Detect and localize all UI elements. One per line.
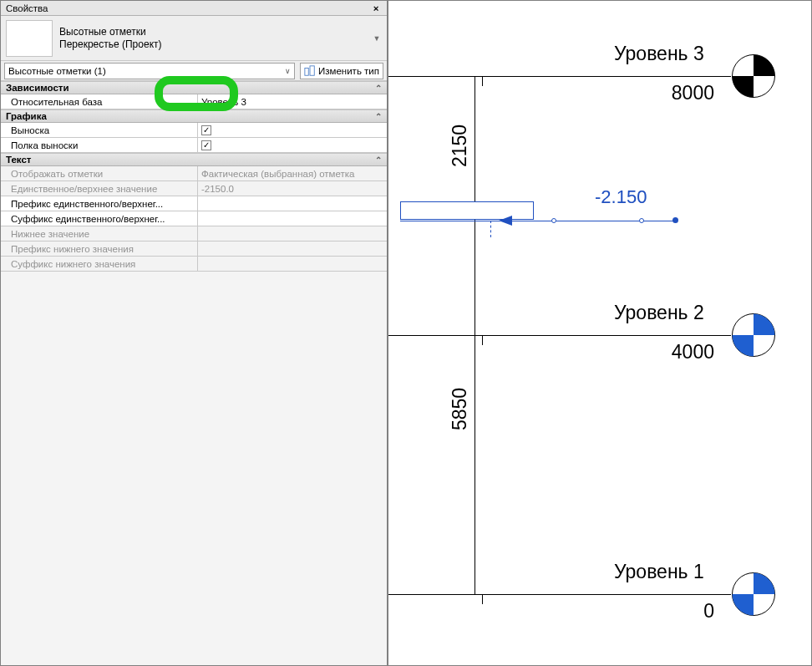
level-name: Уровень 3 (614, 43, 704, 65)
dimension-witness (466, 594, 493, 595)
level-name: Уровень 1 (614, 561, 704, 583)
chevron-up-icon: ⌃ (375, 155, 382, 165)
property-row-leader: Выноска (1, 123, 387, 138)
property-row-shoulder: Полка выноски (1, 138, 387, 153)
panel-title-text: Свойства (6, 3, 370, 13)
drawing-canvas[interactable]: Уровень 3 8000 Уровень 2 4000 Уровень 1 … (388, 1, 811, 665)
level-head-icon (731, 313, 776, 358)
group-title: Зависимости (6, 83, 375, 93)
dimension-value: 2150 (449, 125, 471, 167)
dimension-line (475, 76, 475, 216)
property-label: Отображать отметки (1, 166, 198, 180)
level-name: Уровень 2 (614, 302, 704, 324)
shoulder-checkbox[interactable] (198, 138, 387, 152)
dimension-line (475, 216, 475, 594)
element-filter-text: Высотные отметки (1) (8, 66, 285, 76)
properties-panel: Свойства × Высотные отметки Перекрестье … (1, 1, 388, 665)
level-head-icon (731, 53, 776, 99)
close-icon[interactable]: × (370, 3, 382, 13)
dimension-value: 5850 (449, 388, 471, 430)
property-row-single-value: Единственное/верхнее значение -2150.0 (1, 181, 387, 196)
checkbox-icon (201, 125, 211, 135)
property-value: Фактическая (выбранная) отметка (198, 166, 387, 180)
checkbox-icon (201, 140, 211, 150)
family-name: Высотные отметки Перекрестье (Проект) (59, 26, 372, 51)
svg-point-3 (733, 314, 775, 357)
witness-tick (482, 76, 483, 86)
property-label: Выноска (1, 123, 198, 137)
property-value (198, 241, 387, 256)
level-elevation: 8000 (647, 82, 714, 104)
grip-handle-end (672, 217, 678, 223)
chevron-up-icon: ⌃ (375, 112, 382, 121)
family-name-line1: Высотные отметки (59, 26, 372, 38)
property-label: Единственное/верхнее значение (1, 181, 198, 196)
svg-rect-1 (310, 65, 314, 74)
property-row-lower-value: Нижнее значение (1, 226, 387, 241)
prefix-single-input[interactable] (198, 196, 387, 211)
suffix-single-input[interactable] (198, 211, 387, 226)
level-line (388, 76, 731, 77)
spot-elevation-value: -2.150 (595, 186, 647, 208)
witness-tick (482, 335, 483, 345)
property-value (198, 226, 387, 241)
dimension-witness (466, 76, 493, 77)
svg-rect-0 (305, 68, 308, 75)
dimension-witness (466, 216, 493, 217)
property-label: Суффикс единственного/верхнег... (1, 211, 198, 226)
property-row-prefix-lower: Префикс нижнего значения (1, 241, 387, 257)
relative-base-select[interactable]: Уровень 3 (198, 94, 387, 109)
grip-handle (551, 218, 556, 223)
group-title: Графика (6, 111, 375, 121)
panel-titlebar: Свойства × (1, 1, 387, 16)
property-label: Относительная база (1, 94, 198, 109)
edit-type-button[interactable]: Изменить тип (300, 63, 383, 79)
property-row-suffix-lower: Суффикс нижнего значения (1, 257, 387, 272)
property-label: Полка выноски (1, 138, 198, 152)
family-selector[interactable]: Высотные отметки Перекрестье (Проект) ▼ (1, 16, 387, 61)
chevron-down-icon[interactable]: ▼ (372, 34, 382, 43)
property-label: Префикс нижнего значения (1, 241, 198, 256)
filter-row: Высотные отметки (1) ∨ Изменить тип (1, 61, 387, 81)
group-title: Текст (6, 155, 375, 165)
group-header-text[interactable]: Текст ⌃ (1, 153, 387, 166)
property-label: Нижнее значение (1, 226, 198, 241)
group-header-dependencies[interactable]: Зависимости ⌃ (1, 81, 387, 94)
family-name-line2: Перекрестье (Проект) (59, 38, 372, 51)
panel-blank-area (1, 272, 387, 665)
property-row-relative-base: Относительная база Уровень 3 (1, 94, 387, 109)
family-thumbnail (6, 20, 53, 57)
property-row-suffix-single: Суффикс единственного/верхнег... (1, 211, 387, 226)
property-value (198, 257, 387, 271)
level-elevation: 0 (689, 600, 714, 623)
property-label: Префикс единственного/верхнег... (1, 196, 198, 211)
spot-arrowhead-icon (499, 216, 512, 226)
level-head-icon (731, 572, 776, 617)
svg-point-2 (733, 55, 775, 98)
property-row-prefix-single: Префикс единственного/верхнег... (1, 196, 387, 211)
witness-tick (482, 594, 483, 604)
element-filter-select[interactable]: Высотные отметки (1) ∨ (4, 63, 295, 79)
svg-point-4 (733, 573, 775, 616)
spot-symbol-box (400, 201, 534, 220)
spot-leader-line (400, 221, 676, 221)
chevron-down-icon: ∨ (285, 67, 291, 75)
leader-checkbox[interactable] (198, 123, 387, 137)
grip-handle (639, 218, 644, 223)
spot-witness-line (490, 221, 491, 237)
level-elevation: 4000 (647, 341, 714, 364)
chevron-up-icon: ⌃ (375, 84, 382, 93)
property-label: Суффикс нижнего значения (1, 257, 198, 271)
level-line (388, 335, 731, 336)
edit-type-icon (304, 65, 316, 77)
property-value: -2150.0 (198, 181, 387, 196)
property-row-display-elevations: Отображать отметки Фактическая (выбранна… (1, 166, 387, 181)
group-header-graphics[interactable]: Графика ⌃ (1, 109, 387, 123)
level-line (388, 594, 731, 595)
edit-type-label: Изменить тип (318, 66, 379, 76)
relative-base-value: Уровень 3 (201, 97, 246, 107)
